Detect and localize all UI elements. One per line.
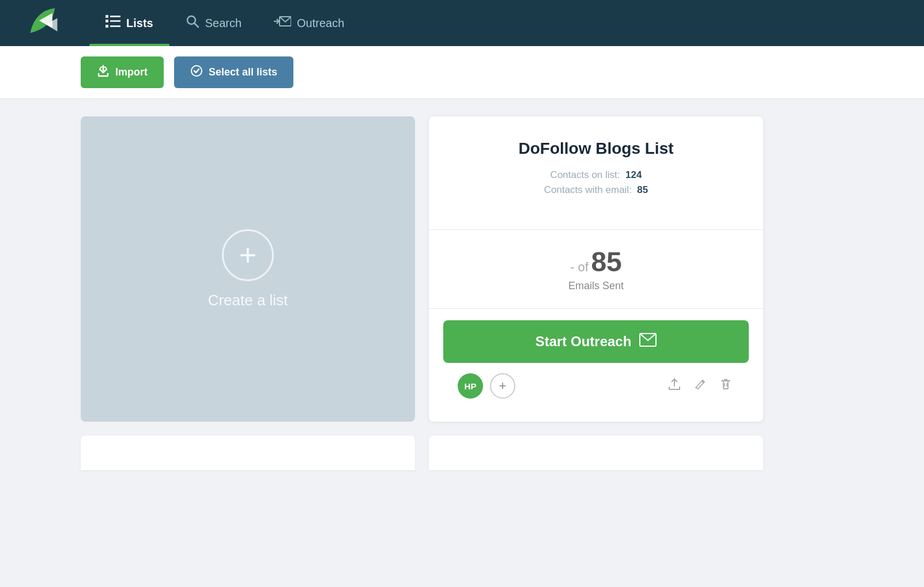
plus-circle: +	[222, 229, 274, 281]
svg-rect-5	[110, 20, 120, 22]
main-nav: Lists Search	[89, 0, 924, 46]
nav-outreach-label: Outreach	[297, 17, 344, 30]
contacts-with-email-stat: Contacts with email: 85	[446, 184, 746, 196]
add-person-icon: +	[499, 378, 507, 393]
outreach-icon	[274, 15, 291, 31]
footer-right	[665, 375, 734, 397]
nav-lists-label: Lists	[126, 17, 153, 30]
partial-card-left	[81, 435, 415, 470]
footer-left: HP +	[458, 373, 515, 399]
main-content: + Create a list DoFollow Blogs List Cont…	[0, 99, 924, 487]
contacts-on-list-value: 124	[625, 169, 642, 180]
contacts-with-email-label: Contacts with email:	[544, 184, 632, 195]
emails-sent-label: Emails Sent	[446, 280, 746, 292]
edit-icon	[694, 378, 707, 391]
search-icon	[186, 14, 199, 32]
upload-icon	[667, 377, 681, 391]
start-outreach-email-icon	[639, 333, 657, 350]
card-top: DoFollow Blogs List Contacts on list: 12…	[429, 116, 763, 230]
svg-rect-15	[723, 381, 728, 389]
emails-sent-count: 85	[591, 247, 621, 277]
header: Lists Search	[0, 0, 924, 46]
delete-icon-button[interactable]	[717, 376, 734, 396]
emails-sent-display: - of 85	[446, 246, 746, 278]
select-all-button[interactable]: Select all lists	[174, 56, 293, 88]
emails-sent-section: - of 85 Emails Sent	[429, 230, 763, 309]
avatar[interactable]: HP	[458, 373, 483, 399]
logo-icon	[25, 6, 65, 40]
nav-item-outreach[interactable]: Outreach	[258, 0, 360, 46]
add-person-button[interactable]: +	[490, 373, 515, 399]
contacts-on-list-label: Contacts on list:	[550, 169, 620, 180]
svg-rect-6	[105, 25, 108, 28]
avatar-initials: HP	[465, 381, 477, 391]
list-detail-card: DoFollow Blogs List Contacts on list: 12…	[429, 116, 763, 422]
lists-icon	[105, 15, 120, 31]
nav-search-label: Search	[205, 17, 242, 30]
delete-icon	[719, 378, 732, 391]
upload-icon-button[interactable]	[665, 375, 684, 397]
import-label: Import	[115, 66, 148, 78]
svg-rect-4	[105, 20, 108, 22]
create-list-label: Create a list	[208, 291, 288, 309]
logo-area	[0, 0, 89, 46]
edit-icon-button[interactable]	[692, 376, 709, 396]
emails-sent-prefix: - of	[570, 260, 589, 274]
start-outreach-label: Start Outreach	[535, 334, 632, 350]
import-button[interactable]: Import	[81, 56, 164, 88]
svg-rect-3	[110, 16, 120, 17]
contacts-with-email-value: 85	[637, 184, 648, 195]
contacts-on-list-stat: Contacts on list: 124	[446, 169, 746, 181]
svg-line-9	[194, 24, 198, 28]
svg-rect-7	[110, 25, 120, 27]
card-title: DoFollow Blogs List	[446, 139, 746, 158]
start-outreach-button[interactable]: Start Outreach	[443, 320, 749, 363]
select-all-label: Select all lists	[209, 66, 277, 78]
toolbar: Import Select all lists	[0, 46, 924, 99]
card-actions: Start Outreach HP +	[429, 309, 763, 422]
nav-item-lists[interactable]: Lists	[89, 0, 169, 46]
card-footer: HP +	[443, 373, 749, 410]
nav-item-search[interactable]: Search	[169, 0, 258, 46]
partial-card-right	[429, 435, 763, 470]
select-all-icon	[190, 65, 203, 80]
plus-icon: +	[239, 240, 257, 270]
create-list-card[interactable]: + Create a list	[81, 116, 415, 422]
svg-rect-2	[105, 15, 108, 18]
import-icon	[97, 65, 110, 80]
